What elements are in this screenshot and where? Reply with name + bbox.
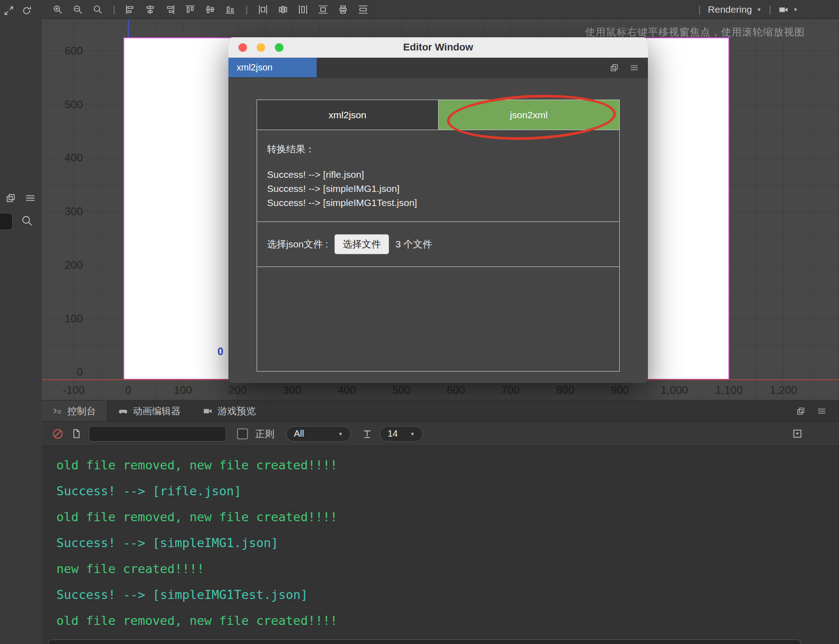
- console-toolbar: 正则 All ▼ 14 ▼: [42, 422, 839, 446]
- x-axis-label: 600: [433, 384, 479, 397]
- x-axis-label: 100: [160, 384, 206, 397]
- result-label: 转换结果：: [267, 143, 609, 156]
- conversion-results-section: 转换结果： Success! --> [rifle.json]Success! …: [257, 130, 619, 221]
- y-axis-label: 200: [45, 259, 83, 272]
- zoom-tool-group: [53, 5, 103, 15]
- tab-label: 游戏预览: [217, 405, 256, 418]
- sidebar-top-tools: [4, 5, 32, 16]
- toolbar-separator: |: [769, 0, 771, 19]
- main-area: | | | Rendering ▼ | ▼ 0: [42, 0, 839, 644]
- open-log-file-icon[interactable]: [71, 428, 81, 439]
- scene-viewport[interactable]: 0 使用鼠标右键平移视窗焦点，使用滚轮缩放视图 6005004003002001…: [42, 19, 839, 400]
- converter-panel: xml2json json2xml 转换结果： Success! --> [ri…: [257, 100, 620, 372]
- rendering-dropdown[interactable]: Rendering ▼: [708, 4, 762, 15]
- tab-xml2json[interactable]: xml2json: [257, 100, 439, 130]
- choose-file-button[interactable]: 选择文件: [334, 234, 389, 254]
- minimize-button[interactable]: [257, 43, 265, 52]
- clear-console-icon[interactable]: [52, 428, 64, 440]
- window-body: xml2json json2xml 转换结果： Success! --> [ri…: [228, 78, 648, 383]
- sidebar-panel-tools: [5, 193, 35, 203]
- panel-empty-area: [257, 267, 619, 371]
- tab-animation-editor[interactable]: 动画编辑器: [107, 401, 192, 421]
- align-center-h-icon[interactable]: [145, 5, 155, 15]
- search-icon[interactable]: [21, 215, 32, 226]
- x-axis-label: 800: [542, 384, 588, 397]
- y-axis-label: 500: [45, 98, 83, 111]
- console-search-input[interactable]: [89, 426, 226, 442]
- zoom-region-icon[interactable]: [93, 5, 103, 15]
- converter-tabs: xml2json json2xml: [257, 100, 619, 130]
- x-axis-label: 200: [215, 384, 260, 397]
- log-line[interactable]: old file removed, new file created!!!!: [48, 608, 801, 634]
- distribute-center-h-icon[interactable]: [278, 5, 288, 15]
- rendering-label: Rendering: [708, 4, 752, 15]
- log-line[interactable]: old file removed, new file created!!!!: [48, 504, 801, 530]
- window-tab-xml2json[interactable]: xml2json: [228, 58, 317, 77]
- distribute-tool-group: [258, 5, 368, 15]
- zoom-out-icon[interactable]: [73, 5, 83, 15]
- tab-console[interactable]: 控制台: [42, 401, 107, 421]
- x-axis-label: 1,100: [706, 384, 752, 397]
- distribute-bottom-icon[interactable]: [358, 5, 368, 15]
- align-middle-v-icon[interactable]: [205, 5, 215, 15]
- console-icon: [53, 406, 62, 416]
- filter-value: All: [294, 428, 304, 439]
- maximize-button[interactable]: [275, 43, 283, 52]
- window-titlebar[interactable]: Editor Window: [228, 37, 648, 58]
- x-axis-label: 900: [597, 384, 642, 397]
- font-size-icon: [362, 428, 373, 439]
- align-bottom-icon[interactable]: [225, 5, 235, 15]
- align-right-icon[interactable]: [165, 5, 175, 15]
- log-line[interactable]: Success! --> [simpleIMG1Test.json]: [48, 582, 801, 608]
- file-select-label: 选择json文件 :: [267, 238, 328, 251]
- x-axis-label: 700: [488, 384, 533, 397]
- conversion-result-line: Success! --> [rifle.json]: [267, 167, 609, 181]
- window-title: Editor Window: [403, 41, 473, 53]
- distribute-top-icon[interactable]: [318, 5, 328, 15]
- origin-guide-line: [128, 19, 129, 37]
- float-window-icon[interactable]: [610, 63, 619, 72]
- camera-dropdown[interactable]: ▼: [778, 5, 798, 15]
- scroll-lock-icon[interactable]: [792, 428, 803, 439]
- tab-json2xml[interactable]: json2xml: [439, 100, 620, 130]
- distribute-middle-v-icon[interactable]: [338, 5, 348, 15]
- x-axis-label: 300: [269, 384, 315, 397]
- toolbar-separator: |: [245, 0, 248, 19]
- y-axis-label: 300: [45, 205, 83, 218]
- editor-app: | | | Rendering ▼ | ▼ 0: [0, 0, 839, 644]
- console-tabbar-icons: [796, 401, 839, 421]
- menu-icon[interactable]: [25, 193, 35, 203]
- chevron-down-icon: ▼: [793, 7, 798, 12]
- y-axis-label: 0: [45, 366, 83, 378]
- console-panel: 控制台 动画编辑器 游戏预览: [42, 400, 839, 644]
- align-top-icon[interactable]: [185, 5, 195, 15]
- log-line[interactable]: Success! --> [rifle.json]: [48, 478, 801, 504]
- refresh-icon[interactable]: [21, 5, 32, 16]
- distribute-left-icon[interactable]: [258, 5, 268, 15]
- tab-game-preview[interactable]: 游戏预览: [192, 401, 267, 421]
- tab-label: 动画编辑器: [133, 405, 181, 418]
- log-line[interactable]: new file created!!!!: [48, 556, 801, 582]
- regex-checkbox[interactable]: [237, 428, 248, 439]
- left-sidebar: [0, 0, 42, 644]
- window-menu-icon[interactable]: [630, 63, 639, 72]
- panel-menu-icon[interactable]: [817, 407, 826, 416]
- controller-icon: [118, 406, 128, 416]
- search-box-fragment[interactable]: [0, 213, 13, 230]
- tab-label: 控制台: [67, 405, 96, 418]
- window-tab-label: xml2json: [237, 62, 273, 73]
- font-size-dropdown[interactable]: 14 ▼: [380, 426, 423, 442]
- console-command-input[interactable]: [48, 639, 801, 644]
- distribute-right-icon[interactable]: [298, 5, 308, 15]
- copy-icon[interactable]: [5, 193, 16, 203]
- align-left-icon[interactable]: [125, 5, 135, 15]
- expand-icon[interactable]: [4, 5, 14, 16]
- file-select-row: 选择json文件 : 选择文件 3 个文件: [257, 222, 619, 267]
- log-filter-dropdown[interactable]: All ▼: [286, 426, 351, 442]
- log-line[interactable]: old file removed, new file created!!!!: [48, 453, 801, 478]
- log-line[interactable]: Success! --> [simpleIMG1.json]: [48, 530, 801, 556]
- float-panel-icon[interactable]: [796, 407, 805, 416]
- close-button[interactable]: [238, 43, 247, 52]
- zoom-in-icon[interactable]: [53, 5, 63, 15]
- editor-window: Editor Window xml2json xml2: [228, 37, 648, 383]
